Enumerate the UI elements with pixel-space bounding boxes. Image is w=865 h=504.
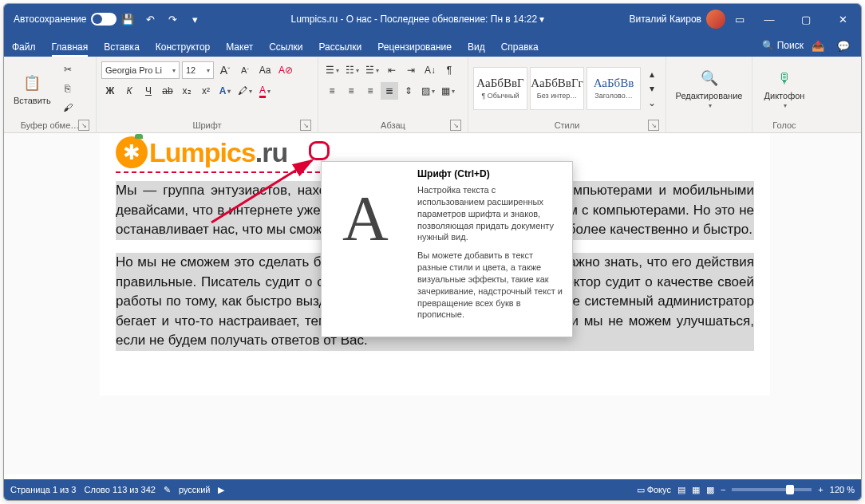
user-area[interactable]: Виталий Каиров [629, 10, 725, 29]
tooltip-preview: A [322, 162, 409, 337]
show-marks-button[interactable]: ¶ [440, 61, 458, 79]
bullets-button[interactable]: ☰▾ [323, 61, 342, 79]
status-macro-icon[interactable]: ▶ [218, 485, 224, 495]
paragraph-launcher[interactable]: ↘ [450, 120, 461, 131]
tab-design[interactable]: Конструктор [148, 37, 218, 57]
group-editing: 🔍 Редактирование ▾ [666, 57, 752, 132]
clipboard-label: Буфер обме… [21, 120, 80, 130]
annotation-circle [309, 141, 330, 160]
search-box[interactable]: 🔍 Поиск [762, 40, 804, 51]
qat-dropdown-icon[interactable]: ▾ [184, 8, 206, 30]
minimize-button[interactable]: — [751, 4, 788, 34]
align-right-button[interactable]: ≡ [361, 82, 379, 100]
styles-more[interactable]: ⌄ [643, 96, 661, 110]
clipboard-launcher[interactable]: ↘ [78, 120, 89, 131]
tab-mailings[interactable]: Рассылки [310, 37, 369, 57]
sort-button[interactable]: A↓ [421, 61, 439, 79]
justify-button[interactable]: ≣ [381, 82, 398, 100]
increase-indent-button[interactable]: ⇥ [402, 61, 420, 79]
subscript-button[interactable]: x₂ [178, 82, 196, 100]
focus-mode[interactable]: ▭ Фокус [637, 485, 671, 495]
tab-layout[interactable]: Макет [218, 37, 261, 57]
logo-text: Lumpics.ru [149, 137, 287, 168]
tab-help[interactable]: Справка [493, 37, 547, 57]
change-case-button[interactable]: Aa [256, 61, 274, 79]
maximize-button[interactable]: ▢ [788, 4, 824, 34]
save-icon[interactable]: 💾 [117, 8, 139, 30]
style-normal[interactable]: АаБбВвГ¶ Обычный [473, 67, 527, 110]
font-launcher[interactable]: ↘ [300, 120, 311, 131]
editing-button[interactable]: 🔍 Редактирование ▾ [671, 64, 748, 112]
copy-button[interactable]: ⎘ [59, 80, 77, 97]
borders-button[interactable]: ▦▾ [439, 82, 457, 100]
styles-up[interactable]: ▴ [643, 67, 661, 81]
shading-button[interactable]: ▨▾ [419, 82, 437, 100]
paste-icon: 📋 [21, 72, 43, 94]
underline-button[interactable]: Ч [140, 82, 157, 100]
ribbon: 📋 Вставить ✂ ⎘ 🖌 Буфер обме…↘ Georgia Pr… [4, 57, 861, 133]
font-name-combo[interactable]: Georgia Pro Li▾ [101, 61, 180, 79]
autosave-group: Автосохранение [14, 13, 117, 26]
zoom-out[interactable]: − [721, 485, 725, 494]
line-spacing-button[interactable]: ⇕ [400, 82, 417, 100]
tab-review[interactable]: Рецензирование [369, 37, 460, 57]
tab-references[interactable]: Ссылки [261, 37, 310, 57]
ribbon-display-icon[interactable]: ▭ [729, 8, 751, 30]
font-label: Шрифт [192, 120, 221, 130]
tab-view[interactable]: Вид [460, 37, 493, 57]
shrink-font-button[interactable]: Aˇ [236, 61, 254, 79]
style-heading[interactable]: АаБбВвЗаголово… [587, 67, 641, 110]
share-icon[interactable]: 📤 [807, 34, 829, 57]
close-button[interactable]: ✕ [824, 4, 861, 34]
status-proofing-icon[interactable]: ✎ [164, 485, 171, 495]
format-painter-button[interactable]: 🖌 [59, 99, 77, 116]
status-page[interactable]: Страница 1 из 3 [10, 485, 76, 494]
view-read-icon[interactable]: ▤ [677, 485, 685, 495]
strike-button[interactable]: ab [159, 82, 176, 100]
orange-icon [116, 136, 148, 168]
ribbon-tabs: Файл Главная Вставка Конструктор Макет С… [4, 34, 861, 57]
tab-home[interactable]: Главная [44, 37, 97, 57]
dictate-button[interactable]: 🎙 Диктофон ▾ [760, 64, 810, 112]
comments-icon[interactable]: 💬 [832, 34, 855, 57]
multilevel-button[interactable]: ☱▾ [363, 61, 381, 79]
dictate-label: Диктофон [764, 91, 805, 100]
view-print-icon[interactable]: ▦ [692, 485, 700, 495]
align-left-button[interactable]: ≡ [323, 82, 341, 100]
search-label: Поиск [777, 40, 804, 51]
styles-launcher[interactable]: ↘ [648, 120, 659, 131]
italic-button[interactable]: К [120, 82, 138, 100]
decrease-indent-button[interactable]: ⇤ [383, 61, 401, 79]
grow-font-button[interactable]: Aˇ [216, 61, 234, 79]
status-words[interactable]: Слово 113 из 342 [84, 485, 156, 494]
status-language[interactable]: русский [179, 485, 210, 494]
undo-icon[interactable]: ↶ [139, 8, 161, 30]
font-size-combo[interactable]: 12▾ [182, 61, 214, 79]
zoom-slider[interactable] [732, 488, 812, 491]
superscript-button[interactable]: x² [197, 82, 215, 100]
find-icon: 🔍 [698, 67, 721, 89]
paste-button[interactable]: 📋 Вставить [9, 69, 56, 108]
view-web-icon[interactable]: ▩ [706, 485, 714, 495]
paragraph-label: Абзац [381, 120, 405, 130]
font-tooltip: A Шрифт (Ctrl+D) Настройка текста с испо… [321, 161, 573, 337]
highlight-button[interactable]: 🖍▾ [235, 82, 255, 100]
align-center-button[interactable]: ≡ [342, 82, 360, 100]
autosave-toggle[interactable] [91, 13, 117, 26]
text-effects-button[interactable]: A▾ [216, 82, 234, 100]
clear-format-button[interactable]: A⊘ [276, 61, 295, 79]
cut-button[interactable]: ✂ [59, 61, 77, 78]
zoom-in[interactable]: + [818, 485, 823, 494]
numbering-button[interactable]: ☷▾ [343, 61, 361, 79]
autosave-label: Автосохранение [14, 14, 86, 25]
bold-button[interactable]: Ж [101, 82, 119, 100]
tab-insert[interactable]: Вставка [96, 37, 148, 57]
editing-label: Редактирование [676, 91, 743, 100]
zoom-value[interactable]: 120 % [830, 485, 855, 494]
redo-icon[interactable]: ↷ [161, 8, 184, 30]
paste-label: Вставить [14, 96, 51, 105]
style-nospacing[interactable]: АаБбВвГгБез интер… [530, 67, 584, 110]
styles-down[interactable]: ▾ [643, 81, 661, 96]
font-color-button[interactable]: A▾ [256, 82, 274, 100]
tab-file[interactable]: Файл [4, 37, 44, 57]
